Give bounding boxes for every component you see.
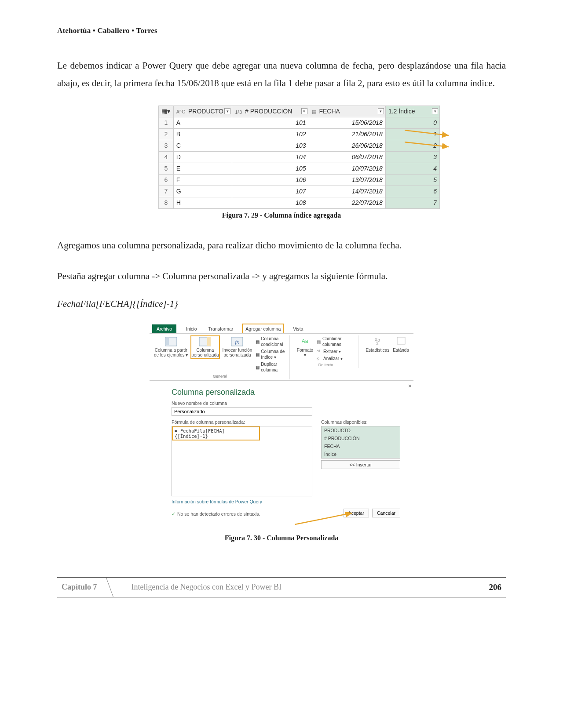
cell-fecha: 06/07/2018 <box>309 151 385 163</box>
row-index: 5 <box>159 163 174 174</box>
row-index: 4 <box>159 151 174 163</box>
dropdown-icon[interactable]: ▾ <box>224 108 230 114</box>
available-column-item[interactable]: Índice <box>322 450 400 458</box>
cell-produccion: 104 <box>232 151 309 163</box>
cancel-button[interactable]: Cancelar <box>372 509 400 517</box>
available-column-item[interactable]: PRODUCTO <box>322 426 400 434</box>
row-index: 8 <box>159 197 174 208</box>
cell-producto: B <box>173 128 232 140</box>
cell-producto: H <box>173 197 232 208</box>
cell-fecha: 26/06/2018 <box>309 140 385 151</box>
cell-produccion: 108 <box>232 197 309 208</box>
col-header-fecha[interactable]: ▦ FECHA ▾ <box>309 106 385 117</box>
cell-producto: A <box>173 117 232 128</box>
btn-format[interactable]: Aa Formato ▾ <box>296 335 314 358</box>
page-number: 206 <box>489 582 506 592</box>
chapter-label: Capítulo 7 <box>57 582 110 592</box>
caption-7-30: Figura 7. 30 - Columna Personalizada <box>57 534 506 542</box>
table-row[interactable]: 8H10822/07/20187 <box>159 197 440 208</box>
btn-merge-columns[interactable]: ▦Combinar columnas <box>316 335 355 348</box>
cell-indice: 4 <box>385 163 439 174</box>
available-label: Columnas disponibles: <box>321 419 400 425</box>
table-row[interactable]: 7G10714/07/20186 <box>159 186 440 197</box>
ribbon-body: Columna a partir de los ejemplos ▾ Colum… <box>150 334 413 381</box>
col-header-producto[interactable]: AᴮC PRODUCTO ▾ <box>173 106 232 117</box>
paragraph-2: Agregamos una columna personalizada, par… <box>57 237 506 255</box>
group-detexto: De texto <box>318 363 333 367</box>
btn-standard[interactable]: Estánda <box>392 335 410 353</box>
close-icon[interactable]: × <box>408 382 412 389</box>
cell-producto: D <box>173 151 232 163</box>
figure-7-29: ▦▾ AᴮC PRODUCTO ▾ 1²3 # PRODUCCIÓN ▾ ▦ F… <box>123 106 440 209</box>
formula-line: FechaFila[FECHA]{[Índice]-1} <box>57 298 506 309</box>
available-column-item[interactable]: # PRODUCCIÓN <box>322 434 400 442</box>
tab-file[interactable]: Archivo <box>152 324 176 333</box>
custom-column-dialog: Columna personalizada Nuevo nombre de co… <box>158 385 405 534</box>
table-row[interactable]: 2B10221/06/20181 <box>159 128 440 140</box>
tab-view[interactable]: Vista <box>290 324 306 333</box>
col-header-produccion[interactable]: 1²3 # PRODUCCIÓN ▾ <box>232 106 309 117</box>
btn-analyze[interactable]: ⎋Analizar ▾ <box>316 355 355 362</box>
table-row[interactable]: 6F10613/07/20185 <box>159 174 440 186</box>
available-column-item[interactable]: FECHA <box>322 442 400 450</box>
cell-indice: 7 <box>385 197 439 208</box>
btn-invoke-function[interactable]: fx Invocar función personalizada <box>222 335 253 358</box>
n123-icon: 1²3 <box>235 109 242 115</box>
dialog-title: Columna personalizada <box>172 388 400 397</box>
svg-text:Σ: Σ <box>377 342 379 345</box>
paragraph-3: Pestaña agregar columna -> Columna perso… <box>57 268 506 285</box>
arrow-annotation <box>405 118 457 149</box>
btn-col-from-examples[interactable]: Columna a partir de los ejemplos ▾ <box>153 335 189 358</box>
ribbon-tabs: Archivo Inicio Transformar Agregar colum… <box>150 323 413 334</box>
formula-text: = FechaFila[FECHA]{[Índice]-1} <box>172 426 260 440</box>
formula-label: Fórmula de columna personalizada: <box>172 419 312 425</box>
paragraph-1: Le debemos indicar a Power Query que deb… <box>57 57 506 92</box>
cell-fecha: 14/07/2018 <box>309 186 385 197</box>
col-header-indice[interactable]: 1.2 Índice ▾ <box>385 106 439 117</box>
column-name-input[interactable] <box>172 407 312 416</box>
tab-home[interactable]: Inicio <box>183 324 200 333</box>
row-index: 7 <box>159 186 174 197</box>
page-footer: Capítulo 7 Inteligencia de Negocios con … <box>57 577 506 597</box>
divider <box>110 578 123 597</box>
dropdown-icon[interactable]: ▾ <box>301 108 307 114</box>
table-row[interactable]: 4D10406/07/20183 <box>159 151 440 163</box>
dropdown-icon[interactable]: ▾ <box>378 108 384 114</box>
cell-fecha: 10/07/2018 <box>309 163 385 174</box>
tab-add-column[interactable]: Agregar columna <box>242 324 284 333</box>
table-row[interactable]: 1A10115/06/20180 <box>159 117 440 128</box>
svg-text:fx: fx <box>235 339 240 345</box>
book-title: Inteligencia de Negocios con Excel y Pow… <box>123 582 489 592</box>
cell-indice: 5 <box>385 174 439 186</box>
info-link[interactable]: Información sobre fórmulas de Power Quer… <box>172 499 312 504</box>
svg-text:Aa: Aa <box>302 338 308 344</box>
formula-input[interactable]: = FechaFila[FECHA]{[Índice]-1} <box>172 426 312 496</box>
cell-producto: C <box>173 140 232 151</box>
available-columns-list[interactable]: PRODUCTO# PRODUCCIÓNFECHAÍndice <box>321 426 400 459</box>
svg-rect-11 <box>397 337 405 344</box>
caption-7-29: Figura 7. 29 - Columna índice agregada <box>57 211 506 219</box>
table-row[interactable]: 3C10326/06/20182 <box>159 140 440 151</box>
svg-rect-3 <box>166 338 169 345</box>
cell-producto: E <box>173 163 232 174</box>
arrow-to-ok <box>295 512 356 525</box>
figure-7-30-ribbon: Archivo Inicio Transformar Agregar colum… <box>150 323 413 381</box>
check-icon: ✓ <box>172 511 175 517</box>
btn-statistics[interactable]: ΧσΣ Estadísticas <box>365 335 390 353</box>
insert-button[interactable]: << Insertar <box>321 460 400 469</box>
btn-duplicate-column[interactable]: ▦Duplicar columna <box>255 361 286 373</box>
corner-cell[interactable]: ▦▾ <box>159 106 174 117</box>
btn-custom-column[interactable]: Columna personalizada <box>190 335 219 359</box>
cell-producto: F <box>173 174 232 186</box>
btn-conditional-column[interactable]: ▦Columna condicional <box>255 335 286 348</box>
btn-index-column[interactable]: ▦Columna de índice ▾ <box>255 348 286 360</box>
dropdown-icon[interactable]: ▾ <box>432 108 438 114</box>
tab-transform[interactable]: Transformar <box>206 324 236 333</box>
btn-extract[interactable]: ᴬᴮExtraer ▾ <box>316 348 355 355</box>
group-general: General <box>213 374 227 379</box>
cell-indice: 6 <box>385 186 439 197</box>
cell-produccion: 102 <box>232 128 309 140</box>
table-row[interactable]: 5E10510/07/20184 <box>159 163 440 174</box>
svg-line-1 <box>405 135 449 147</box>
svg-rect-5 <box>207 337 211 346</box>
